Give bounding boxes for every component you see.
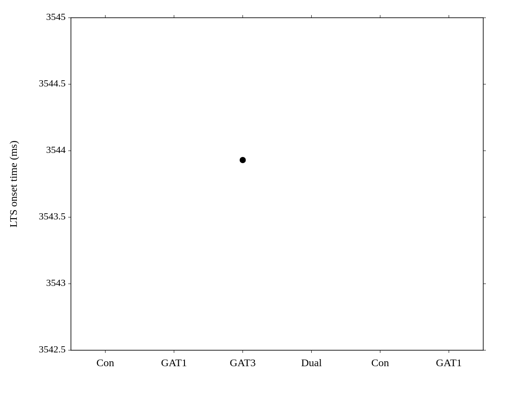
svg-point-39 [240,157,246,163]
svg-text:3543.5: 3543.5 [39,211,66,222]
svg-text:Dual: Dual [301,357,322,368]
svg-text:Con: Con [371,357,389,368]
svg-text:3543: 3543 [46,277,66,288]
svg-text:3544.5: 3544.5 [39,78,66,89]
svg-rect-1 [71,18,483,350]
svg-text:3542.5: 3542.5 [39,344,66,355]
svg-text:GAT1: GAT1 [161,357,187,368]
svg-text:3544: 3544 [46,144,66,155]
svg-text:LTS onset time (ms): LTS onset time (ms) [8,141,19,227]
svg-text:GAT3: GAT3 [230,357,256,368]
chart-container: 3542.535433543.535443544.53545ConGAT1GAT… [0,0,532,399]
svg-text:3545: 3545 [46,11,66,22]
chart-svg: 3542.535433543.535443544.53545ConGAT1GAT… [0,0,532,399]
svg-text:GAT1: GAT1 [436,357,462,368]
svg-text:Con: Con [96,357,114,368]
